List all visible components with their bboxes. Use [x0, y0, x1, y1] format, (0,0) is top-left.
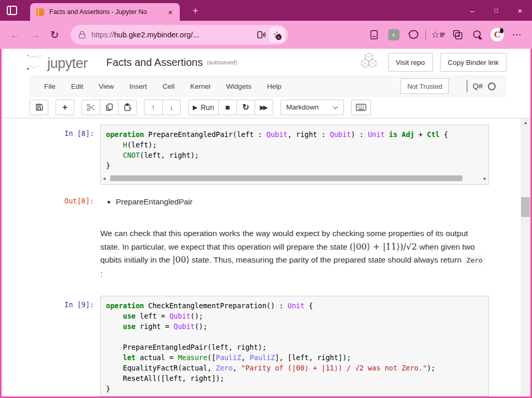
menu-widgets[interactable]: Widgets: [218, 83, 259, 90]
menu-file[interactable]: File: [36, 83, 63, 90]
notebook-scroll-area[interactable]: ▲ In [8]: operation PrepareEntangledPair…: [2, 118, 530, 396]
menu-cell[interactable]: Cell: [155, 83, 182, 90]
vertical-scrollbar-thumb[interactable]: [521, 197, 530, 217]
move-cell-up-button[interactable]: ↑: [144, 100, 163, 115]
paste-icon: [124, 103, 131, 111]
refresh-button[interactable]: ↻: [45, 25, 64, 45]
kernel-idle-icon: [488, 83, 496, 90]
tab-close-icon[interactable]: ×: [165, 8, 176, 17]
restart-kernel-button[interactable]: ↻: [236, 100, 255, 115]
lock-icon: [79, 34, 85, 38]
menu-insert[interactable]: Insert: [122, 83, 155, 90]
settings-more-button[interactable]: ⋯: [507, 25, 527, 44]
notebook-favicon-icon: [36, 8, 44, 16]
back-button[interactable]: ←: [5, 25, 25, 45]
window-controls: – □ ×: [460, 0, 532, 21]
restart-run-all-button[interactable]: ▶▶: [255, 100, 273, 115]
browser-titlebar: Facts and Assertions - Jupyter No × + – …: [0, 0, 532, 21]
cut-icon: [87, 104, 95, 111]
add-cell-button[interactable]: +: [56, 100, 74, 115]
new-tab-button[interactable]: +: [188, 4, 203, 18]
notebook-toolbar: + ↑ ↓ ▶: [2, 97, 530, 118]
web-capture-icon[interactable]: [468, 25, 487, 44]
move-cell-down-button[interactable]: ↓: [162, 100, 181, 115]
output-list-item: PrepareEntangledPair: [116, 197, 489, 207]
address-bar[interactable]: https://hub.gke2.mybinder.org/... ☆ +: [71, 25, 288, 45]
browser-tab[interactable]: Facts and Assertions - Jupyter No ×: [30, 3, 180, 21]
menu-edit[interactable]: Edit: [63, 83, 91, 90]
binder-logo: [357, 51, 381, 74]
close-button[interactable]: ×: [508, 0, 532, 21]
restart-icon: ↻: [242, 102, 249, 112]
collections-icon[interactable]: [448, 25, 468, 44]
extension-icon[interactable]: +: [384, 25, 404, 44]
horizontal-scrollbar-thumb[interactable]: [110, 175, 462, 181]
save-icon: [35, 103, 43, 111]
code-cell-8[interactable]: In [8]: operation PrepareEntangledPair(l…: [49, 125, 489, 185]
cell-type-select[interactable]: Markdown: [281, 100, 344, 115]
menu-kernel[interactable]: Kernel: [182, 83, 218, 90]
kernel-name: Q#: [473, 82, 483, 90]
workspaces-icon: [7, 6, 17, 15]
fast-forward-icon: ▶▶: [260, 104, 268, 111]
notebook-title[interactable]: Facts and Assertions: [107, 57, 203, 68]
cut-cells-button[interactable]: [82, 100, 100, 115]
output-cell-8: Out[8]: PrepareEntangledPair: [49, 192, 489, 207]
kernel-separator: [467, 80, 468, 92]
tab-title: Facts and Assertions - Jupyter No: [49, 8, 162, 16]
code-cell-9[interactable]: In [9]: operation CheckEntanglementPrepa…: [49, 296, 489, 396]
code-input-area[interactable]: operation CheckEntanglementPreparation()…: [100, 296, 489, 396]
markdown-cell[interactable]: We can check that this operation works t…: [49, 226, 489, 280]
autosave-status: (autosaved): [207, 59, 237, 65]
command-palette-button[interactable]: [351, 100, 371, 115]
workspaces-button[interactable]: [0, 0, 24, 21]
code-input-area[interactable]: operation PrepareEntangledPair(left : Qu…: [100, 125, 489, 185]
save-button[interactable]: [30, 100, 48, 115]
chevron-down-icon: [332, 104, 338, 109]
toolbar-separator: [425, 29, 427, 40]
jupyter-logo[interactable]: jupyter: [24, 53, 88, 72]
vertical-scrollbar[interactable]: ▲: [521, 118, 530, 396]
add-favorite-icon[interactable]: ☆ +: [269, 27, 285, 43]
jupyter-wordmark: jupyter: [47, 57, 88, 72]
page-frame: jupyter Facts and Assertions (autosaved)…: [0, 49, 532, 398]
browser-essentials-icon[interactable]: [404, 25, 423, 44]
profile-avatar[interactable]: C: [487, 25, 507, 44]
read-aloud-icon[interactable]: [254, 27, 269, 43]
minimize-button[interactable]: –: [460, 0, 484, 21]
visit-repo-button[interactable]: Visit repo: [388, 53, 433, 72]
browser-navbar: ← → ↻ https://hub.gke2.mybinder.org/... …: [0, 21, 532, 49]
markdown-text: We can check that this operation works t…: [100, 226, 487, 280]
forward-button[interactable]: →: [25, 25, 45, 45]
paste-cells-button[interactable]: [118, 100, 137, 115]
copy-binder-link-button[interactable]: Copy Binder link: [440, 53, 507, 72]
maximize-button[interactable]: □: [484, 0, 508, 21]
output-prompt: Out[8]:: [49, 192, 100, 207]
stop-icon: ■: [225, 103, 230, 112]
keyboard-icon: [356, 104, 366, 111]
horizontal-scrollbar[interactable]: ◂ ▸: [101, 175, 488, 182]
favorites-icon[interactable]: ☆: [428, 25, 448, 44]
copy-cells-button[interactable]: [100, 100, 118, 115]
not-trusted-button[interactable]: Not Trusted: [401, 78, 449, 94]
reading-list-icon[interactable]: [364, 25, 384, 44]
scroll-right-icon[interactable]: ▸: [484, 175, 486, 182]
jupyter-header: jupyter Facts and Assertions (autosaved)…: [2, 49, 530, 76]
input-prompt: In [8]:: [49, 125, 100, 185]
copy-icon: [105, 103, 113, 111]
scroll-left-icon[interactable]: ◂: [103, 175, 105, 182]
menu-view[interactable]: View: [91, 83, 122, 90]
menu-help[interactable]: Help: [259, 83, 289, 90]
scroll-up-icon[interactable]: ▲: [521, 120, 530, 125]
play-icon: ▶: [193, 104, 197, 111]
input-prompt: In [9]:: [49, 296, 100, 396]
url-text[interactable]: https://hub.gke2.mybinder.org/...: [91, 31, 254, 39]
run-button[interactable]: ▶ Run: [188, 100, 219, 115]
notebook-menubar: File Edit View Insert Cell Kernel Widget…: [30, 76, 506, 97]
stop-button[interactable]: ■: [218, 100, 237, 115]
